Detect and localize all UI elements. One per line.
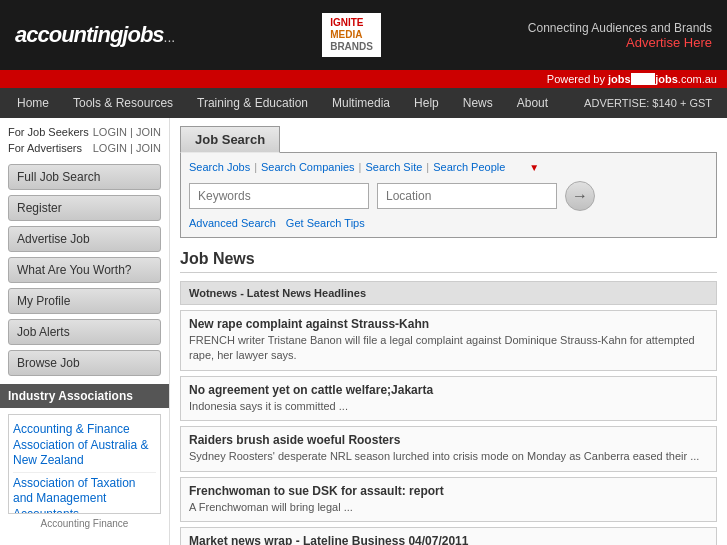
- what-are-you-worth-button[interactable]: What Are You Worth?: [8, 257, 161, 283]
- search-site-link[interactable]: Search Site: [365, 161, 422, 173]
- logo-text: accountingjobs: [15, 22, 164, 47]
- news-headline-4[interactable]: Market news wrap - Lateline Business 04/…: [189, 534, 708, 545]
- brand2: jobs: [631, 73, 656, 85]
- advertisers-login[interactable]: LOGIN: [93, 142, 127, 154]
- industry-scroll[interactable]: Accounting & Finance Association of Aust…: [8, 414, 161, 514]
- job-alerts-button[interactable]: Job Alerts: [8, 319, 161, 345]
- main-content: Job Search Search Jobs | Search Companie…: [170, 118, 727, 545]
- search-bottom: Advanced Search Get Search Tips: [189, 217, 708, 229]
- nav-training[interactable]: Training & Education: [185, 88, 320, 118]
- news-headline-2[interactable]: Raiders brush aside woeful Roosters: [189, 433, 708, 447]
- news-body-1: Indonesia says it is committed ...: [189, 399, 708, 414]
- ignite-line2: MEDIA: [330, 29, 373, 41]
- tagline: Connecting Audiences and Brands: [528, 21, 712, 35]
- nav-multimedia[interactable]: Multimedia: [320, 88, 402, 118]
- logo: accountingjobs...: [15, 22, 175, 48]
- advanced-search-link[interactable]: Advanced Search: [189, 217, 276, 229]
- nav-tools[interactable]: Tools & Resources: [61, 88, 185, 118]
- powered-bar: Powered by jobsjobsjobs.com.au: [0, 70, 727, 88]
- industry-associations-header: Industry Associations: [0, 384, 169, 408]
- search-arrow-icon: ▼: [529, 162, 539, 173]
- header-right: Connecting Audiences and Brands Advertis…: [528, 21, 712, 50]
- advertisers-links[interactable]: LOGIN | JOIN: [93, 142, 161, 154]
- news-item-2: Raiders brush aside woeful Roosters Sydn…: [180, 426, 717, 471]
- industry-item-0[interactable]: Accounting & Finance Association of Aust…: [13, 419, 156, 473]
- register-button[interactable]: Register: [8, 195, 161, 221]
- search-links: Search Jobs | Search Companies | Search …: [189, 161, 708, 173]
- news-body-2: Sydney Roosters' desperate NRL season lu…: [189, 449, 708, 464]
- domain: .com.au: [678, 73, 717, 85]
- my-profile-button[interactable]: My Profile: [8, 288, 161, 314]
- job-seekers-join[interactable]: JOIN: [136, 126, 161, 138]
- news-headline-1[interactable]: No agreement yet on cattle welfare;Jakar…: [189, 383, 708, 397]
- location-input[interactable]: [377, 183, 557, 209]
- news-item-0: New rape complaint against Strauss-Kahn …: [180, 310, 717, 371]
- nav-about[interactable]: About: [505, 88, 560, 118]
- nav-news[interactable]: News: [451, 88, 505, 118]
- brand3: jobs: [655, 73, 678, 85]
- nav-advertise: ADVERTISE: $140 + GST: [574, 97, 722, 109]
- ignite-line3: BRANDS: [330, 41, 373, 53]
- nav-home[interactable]: Home: [5, 88, 61, 118]
- ignite-banner[interactable]: IGNITE MEDIA BRANDS: [322, 13, 381, 57]
- job-news-title: Job News: [180, 250, 717, 273]
- for-job-seekers-label: For Job Seekers: [8, 126, 89, 138]
- sep1: |: [130, 126, 133, 138]
- search-people-link[interactable]: Search People: [433, 161, 505, 173]
- news-headline-0[interactable]: New rape complaint against Strauss-Kahn: [189, 317, 708, 331]
- nav-help[interactable]: Help: [402, 88, 451, 118]
- logo-dots: ...: [164, 29, 176, 45]
- advertise-here-link[interactable]: Advertise Here: [528, 35, 712, 50]
- job-search-box: Search Jobs | Search Companies | Search …: [180, 152, 717, 238]
- sidebar: For Job Seekers LOGIN | JOIN For Adverti…: [0, 118, 170, 545]
- powered-text: Powered by: [547, 73, 608, 85]
- header: accountingjobs... IGNITE MEDIA BRANDS Co…: [0, 0, 727, 70]
- job-seekers-row: For Job Seekers LOGIN | JOIN: [8, 126, 161, 138]
- search-submit-button[interactable]: →: [565, 181, 595, 211]
- keywords-input[interactable]: [189, 183, 369, 209]
- accounting-finance-label: Accounting Finance: [8, 518, 161, 529]
- advertisers-row: For Advertisers LOGIN | JOIN: [8, 142, 161, 154]
- sidebar-login-section: For Job Seekers LOGIN | JOIN For Adverti…: [8, 126, 161, 154]
- industry-item-1[interactable]: Association of Taxation and Management A…: [13, 473, 156, 514]
- navbar: Home Tools & Resources Training & Educat…: [0, 88, 727, 118]
- get-search-tips-link[interactable]: Get Search Tips: [286, 217, 365, 229]
- ignite-line1: IGNITE: [330, 17, 373, 29]
- news-body-3: A Frenchwoman will bring legal ...: [189, 500, 708, 515]
- search-companies-link[interactable]: Search Companies: [261, 161, 355, 173]
- news-item-1: No agreement yet on cattle welfare;Jakar…: [180, 376, 717, 421]
- search-inputs: →: [189, 181, 708, 211]
- job-seekers-links[interactable]: LOGIN | JOIN: [93, 126, 161, 138]
- advertise-job-button[interactable]: Advertise Job: [8, 226, 161, 252]
- job-search-tab[interactable]: Job Search: [180, 126, 280, 153]
- job-search-section: Job Search Search Jobs | Search Companie…: [180, 126, 717, 238]
- news-body-0: FRENCH writer Tristane Banon will file a…: [189, 333, 708, 364]
- advertisers-join[interactable]: JOIN: [136, 142, 161, 154]
- browse-job-button[interactable]: Browse Job: [8, 350, 161, 376]
- wotnews-headline: Wotnews - Latest News Headlines: [180, 281, 717, 305]
- news-item-3: Frenchwoman to sue DSK for assault: repo…: [180, 477, 717, 522]
- brand1: jobs: [608, 73, 631, 85]
- job-seekers-login[interactable]: LOGIN: [93, 126, 127, 138]
- news-headline-3[interactable]: Frenchwoman to sue DSK for assault: repo…: [189, 484, 708, 498]
- search-jobs-link[interactable]: Search Jobs: [189, 161, 250, 173]
- full-job-search-button[interactable]: Full Job Search: [8, 164, 161, 190]
- news-item-4: Market news wrap - Lateline Business 04/…: [180, 527, 717, 545]
- main-layout: For Job Seekers LOGIN | JOIN For Adverti…: [0, 118, 727, 545]
- for-advertisers-label: For Advertisers: [8, 142, 82, 154]
- job-news-section: Job News Wotnews - Latest News Headlines…: [180, 250, 717, 545]
